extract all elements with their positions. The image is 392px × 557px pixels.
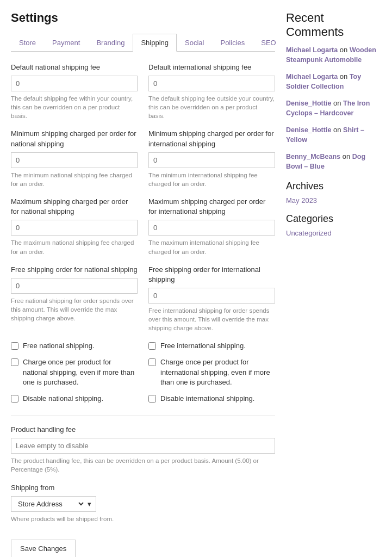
section-divider [11, 416, 275, 416]
product-fee-input[interactable] [11, 438, 275, 454]
free-international-label: Free shipping order for international sh… [148, 265, 275, 284]
comment-item-2: Michael Logarta on Toy Soldier Collectio… [286, 72, 381, 92]
comment-on-4: on [333, 126, 343, 134]
check-free-national-label: Free national shipping. [23, 341, 95, 351]
check-disable-international[interactable] [148, 395, 156, 403]
comment-author-5[interactable]: Benny_McBeans [286, 153, 340, 160]
international-fee-hint: The default shipping fee outside your co… [148, 94, 275, 120]
comment-item-3: Denise_Hottie on The Iron Cyclops – Hard… [286, 98, 381, 119]
free-national-label: Free shipping order for national shippin… [11, 265, 138, 275]
max-national-hint: The maximum national shipping fee charge… [11, 238, 138, 256]
check-charge-international-row: Charge once per product for internationa… [148, 357, 275, 394]
free-national-input[interactable] [11, 278, 138, 294]
check-charge-national-label: Charge once per product for national shi… [23, 357, 138, 387]
national-fee-label: Default national shipping fee [11, 63, 138, 72]
comment-author-4[interactable]: Denise_Hottie [286, 126, 331, 134]
shipping-from-select[interactable]: Store Address Customer Address [16, 499, 85, 509]
check-charge-national-row: Charge once per product for national shi… [11, 357, 138, 394]
comment-on-1: on [340, 46, 350, 54]
tab-policies[interactable]: Policies [212, 34, 253, 51]
min-national-label: Minimum shipping charged per order for n… [11, 129, 138, 148]
comment-author-1[interactable]: Michael Logarta [286, 46, 338, 54]
check-disable-national-row: Disable national shipping. [11, 394, 138, 410]
categories-title: Categories [286, 213, 381, 225]
comment-author-2[interactable]: Michael Logarta [286, 73, 338, 81]
tab-shipping[interactable]: Shipping [133, 34, 177, 52]
check-charge-national[interactable] [11, 358, 18, 366]
max-national-group: Maximum shipping charged per order for n… [11, 197, 138, 256]
tab-social[interactable]: Social [177, 34, 212, 51]
chevron-down-icon: ▾ [88, 500, 91, 508]
international-fee-group: Default international shipping fee The d… [148, 63, 275, 120]
international-fee-input[interactable] [148, 76, 275, 91]
check-free-national[interactable] [11, 342, 18, 350]
shipping-from-select-wrapper[interactable]: Store Address Customer Address ▾ [11, 496, 96, 512]
comment-item-5: Benny_McBeans on Dog Bowl – Blue [286, 152, 381, 172]
product-fee-hint: The product handling fee, this can be ov… [11, 456, 275, 474]
check-disable-international-row: Disable international shipping. [148, 394, 275, 410]
comment-on-3: on [333, 99, 343, 107]
page-title: Settings [11, 11, 275, 25]
national-fee-hint: The default shipping fee within your cou… [11, 94, 138, 120]
save-changes-button[interactable]: Save Changes [11, 540, 76, 557]
check-free-international-row: Free international shipping. [148, 341, 275, 357]
categories-list: Uncategorized [286, 229, 381, 237]
check-disable-national[interactable] [11, 395, 18, 403]
archives-list: May 2023 [286, 196, 381, 205]
max-international-hint: The maximum international shipping fee c… [148, 238, 275, 256]
check-free-national-row: Free national shipping. [11, 341, 138, 357]
archive-may-2023[interactable]: May 2023 [286, 196, 317, 205]
recent-comments-title: Recent Comments [286, 11, 381, 40]
check-charge-international[interactable] [148, 358, 156, 366]
min-international-input[interactable] [148, 152, 275, 168]
max-international-group: Maximum shipping charged per order for i… [148, 197, 275, 256]
comment-author-3[interactable]: Denise_Hottie [286, 100, 331, 107]
shipping-from-group: Shipping from Store Address Customer Add… [11, 483, 275, 523]
product-fee-group: Product handling fee The product handlin… [11, 425, 275, 474]
free-international-hint: Free international shipping for order sp… [148, 306, 275, 332]
max-international-input[interactable] [148, 220, 275, 236]
max-national-label: Maximum shipping charged per order for n… [11, 197, 138, 216]
min-national-group: Minimum shipping charged per order for n… [11, 129, 138, 188]
min-international-hint: The minimum international shipping fee c… [148, 171, 275, 188]
min-international-group: Minimum shipping charged per order for i… [148, 129, 275, 188]
shipping-from-label: Shipping from [11, 483, 275, 493]
tab-payment[interactable]: Payment [44, 34, 88, 51]
archives-title: Archives [286, 181, 381, 192]
comment-item-1: Michael Logarta on Wooden Steampunk Auto… [286, 45, 381, 65]
national-fee-group: Default national shipping fee The defaul… [11, 63, 138, 120]
tab-store[interactable]: Store [11, 34, 44, 51]
check-free-international-label: Free international shipping. [160, 341, 246, 351]
check-disable-international-label: Disable international shipping. [160, 394, 254, 404]
comment-on-2: on [340, 72, 350, 81]
max-international-label: Maximum shipping charged per order for i… [148, 197, 275, 216]
free-international-input[interactable] [148, 288, 275, 304]
check-charge-international-label: Charge once per product for internationa… [160, 357, 275, 387]
free-national-hint: Free national shipping for order spends … [11, 296, 138, 323]
shipping-from-hint: Where products will be shipped from. [11, 515, 275, 523]
category-uncategorized[interactable]: Uncategorized [286, 229, 332, 237]
tab-seo[interactable]: SEO [253, 34, 284, 51]
free-national-group: Free shipping order for national shippin… [11, 265, 138, 333]
min-international-label: Minimum shipping charged per order for i… [148, 129, 275, 148]
min-national-hint: The minimum national shipping fee charge… [11, 171, 138, 188]
tab-branding[interactable]: Branding [88, 34, 133, 51]
max-national-input[interactable] [11, 220, 138, 236]
comment-on-5: on [343, 152, 352, 160]
check-disable-national-label: Disable national shipping. [23, 394, 103, 404]
comment-item-4: Denise_Hottie on Shirt – Yellow [286, 125, 381, 145]
sidebar: Recent Comments Michael Logarta on Woode… [286, 11, 381, 557]
settings-tabs: Store Payment Branding Shipping Social P… [11, 34, 275, 52]
check-free-international[interactable] [148, 342, 156, 350]
free-international-group: Free shipping order for international sh… [148, 265, 275, 333]
min-national-input[interactable] [11, 152, 138, 168]
national-fee-input[interactable] [11, 76, 138, 91]
international-fee-label: Default international shipping fee [148, 63, 275, 72]
product-fee-label: Product handling fee [11, 425, 275, 435]
